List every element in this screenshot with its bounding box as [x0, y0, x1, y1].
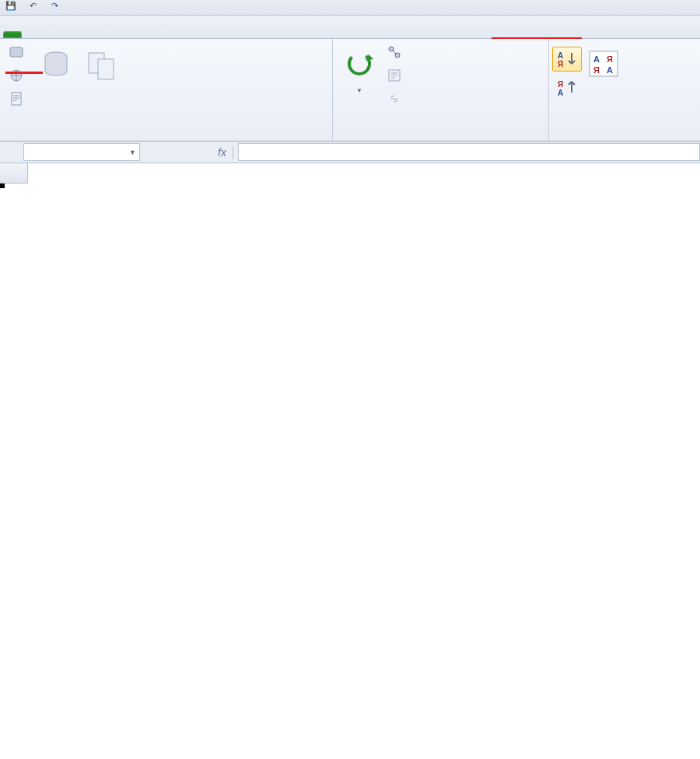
qat-save-icon[interactable]: 💾: [0, 1, 22, 15]
group-connections-label: [339, 138, 542, 139]
ribbon-group-sort: АЯ ЯА АЯЯА: [549, 39, 700, 141]
sort-dialog-button[interactable]: АЯЯА: [583, 47, 624, 86]
svg-point-6: [349, 54, 369, 74]
ribbon-tabs: [0, 16, 700, 39]
tab-file[interactable]: [3, 31, 22, 38]
column-headers: [28, 163, 700, 184]
properties-button[interactable]: [384, 67, 409, 84]
from-other-sources-button[interactable]: [36, 47, 76, 86]
ribbon-group-connections: ▼: [333, 39, 549, 141]
annotation-underline-sort: [5, 72, 43, 74]
spreadsheet-grid[interactable]: [0, 163, 700, 184]
sort-asc-button[interactable]: АЯ: [552, 47, 582, 72]
dropdown-arrow-icon: ▼: [356, 87, 362, 94]
link-icon: [387, 92, 401, 106]
svg-rect-0: [10, 47, 23, 57]
edit-links-button[interactable]: [384, 90, 409, 107]
from-text-button[interactable]: [6, 90, 31, 107]
formula-buttons: fx: [207, 142, 238, 163]
connections-icon: [387, 45, 401, 59]
filter-icon: [628, 48, 644, 82]
globe-icon: [9, 68, 23, 82]
connection-icon: [84, 48, 118, 82]
svg-text:Я: Я: [558, 80, 563, 89]
filter-button-partial[interactable]: [625, 47, 647, 86]
access-icon: [9, 45, 23, 59]
svg-text:А: А: [607, 65, 613, 75]
refresh-icon: [342, 48, 376, 82]
group-sort-label: [552, 138, 694, 139]
properties-icon: [387, 68, 401, 82]
name-box[interactable]: ▼: [23, 143, 140, 161]
svg-text:А: А: [558, 89, 563, 97]
ribbon-group-external-data: [0, 39, 333, 141]
from-access-button[interactable]: [6, 44, 31, 61]
formula-bar: ▼ fx: [0, 142, 700, 163]
svg-text:Я: Я: [593, 65, 600, 75]
qat-undo-icon[interactable]: ↶: [22, 1, 44, 15]
selection-frame: [0, 184, 5, 188]
svg-rect-2: [12, 93, 21, 105]
select-all-corner[interactable]: [0, 163, 28, 184]
existing-connections-button[interactable]: [81, 47, 121, 86]
fx-button[interactable]: fx: [212, 146, 233, 159]
group-external-label: [6, 138, 326, 139]
svg-text:А: А: [593, 54, 600, 64]
svg-rect-5: [98, 59, 114, 79]
database-icon: [39, 48, 73, 82]
text-file-icon: [9, 92, 23, 106]
svg-text:А: А: [558, 51, 563, 60]
svg-text:Я: Я: [558, 60, 563, 68]
qat-redo-icon[interactable]: ↷: [44, 1, 65, 15]
sort-icon: АЯЯА: [586, 48, 621, 82]
refresh-all-button[interactable]: ▼: [339, 47, 380, 96]
formula-input[interactable]: [238, 143, 700, 161]
connections-button[interactable]: [384, 44, 409, 61]
svg-text:Я: Я: [607, 54, 613, 64]
name-box-dropdown-icon[interactable]: ▼: [129, 149, 136, 156]
sort-desc-button[interactable]: ЯА: [553, 76, 581, 100]
title-bar: 💾 ↶ ↷: [0, 0, 700, 16]
ribbon: ▼ АЯ: [0, 39, 700, 142]
from-web-button[interactable]: [6, 67, 31, 84]
